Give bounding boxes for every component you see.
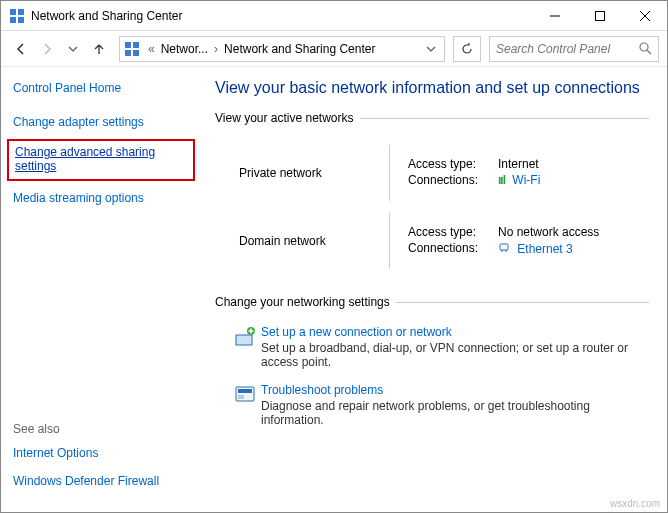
sidebar-change-advanced-sharing[interactable]: Change advanced sharing settings [15,145,155,173]
chevron-right-icon[interactable]: › [210,42,222,56]
back-button[interactable] [9,37,33,61]
access-type-value: Internet [498,157,539,171]
troubleshoot-icon [229,383,261,427]
svg-rect-14 [500,244,508,250]
svg-rect-1 [18,9,24,15]
sidebar: Control Panel Home Change adapter settin… [1,67,201,512]
svg-rect-22 [238,389,252,393]
connections-label: Connections: [408,241,498,256]
breadcrumb-item-network[interactable]: Networ... [159,42,210,56]
connections-label: Connections: [408,173,498,187]
network-row-domain: Domain network Access type: No network a… [229,213,649,269]
search-icon [639,42,652,55]
titlebar: Network and Sharing Center [1,1,667,31]
navbar: « Networ... › Network and Sharing Center… [1,31,667,67]
wifi-icon: ııl [498,173,505,187]
refresh-button[interactable] [453,36,481,62]
search-placeholder: Search Control Panel [496,42,610,56]
minimize-button[interactable] [532,1,577,31]
svg-point-12 [640,43,648,51]
page-heading: View your basic network information and … [215,79,649,97]
svg-rect-17 [236,335,252,345]
recent-locations-button[interactable] [61,37,85,61]
forward-button[interactable] [35,37,59,61]
troubleshoot-link[interactable]: Troubleshoot problems [261,383,383,397]
divider [389,213,390,269]
search-input[interactable]: Search Control Panel [489,36,659,62]
maximize-button[interactable] [577,1,622,31]
access-type-label: Access type: [408,157,498,171]
access-type-value: No network access [498,225,599,239]
highlight-box: Change advanced sharing settings [7,139,195,181]
setup-connection-link[interactable]: Set up a new connection or network [261,325,452,339]
see-also-heading: See also [13,422,189,436]
main-content: View your basic network information and … [201,67,667,512]
svg-rect-10 [125,50,131,56]
sidebar-media-streaming[interactable]: Media streaming options [13,191,144,205]
troubleshoot-desc: Diagnose and repair network problems, or… [261,399,590,427]
sidebar-control-panel-home[interactable]: Control Panel Home [13,81,121,95]
app-icon [9,8,25,24]
svg-rect-11 [133,50,139,56]
connection-wifi-link[interactable]: Wi-Fi [512,173,540,187]
setup-connection-icon [229,325,261,369]
breadcrumb-icon [124,41,140,57]
svg-line-13 [647,50,651,54]
sidebar-internet-options[interactable]: Internet Options [13,446,98,460]
breadcrumb-dropdown[interactable] [420,44,442,54]
breadcrumb-item-sharing-center[interactable]: Network and Sharing Center [222,42,377,56]
change-settings-legend: Change your networking settings [215,295,396,309]
svg-rect-2 [10,17,16,23]
setup-connection-desc: Set up a broadband, dial-up, or VPN conn… [261,341,628,369]
breadcrumb[interactable]: « Networ... › Network and Sharing Center [119,36,445,62]
sidebar-firewall[interactable]: Windows Defender Firewall [13,474,159,488]
active-networks-legend: View your active networks [215,111,360,125]
network-name: Domain network [229,234,379,248]
access-type-label: Access type: [408,225,498,239]
close-button[interactable] [622,1,667,31]
svg-rect-23 [238,395,244,399]
network-row-private: Private network Access type: Internet Co… [229,145,649,201]
sidebar-change-adapter[interactable]: Change adapter settings [13,115,144,129]
svg-rect-9 [133,42,139,48]
svg-rect-5 [595,11,604,20]
svg-rect-3 [18,17,24,23]
svg-rect-8 [125,42,131,48]
svg-rect-0 [10,9,16,15]
setup-connection-item: Set up a new connection or network Set u… [229,325,649,369]
active-networks-group: View your active networks Private networ… [215,111,649,285]
up-button[interactable] [87,37,111,61]
chevron-right-icon[interactable]: « [144,42,159,56]
change-settings-group: Change your networking settings Set up a… [215,295,649,445]
divider [389,145,390,201]
troubleshoot-item: Troubleshoot problems Diagnose and repai… [229,383,649,427]
ethernet-icon [498,242,513,256]
window-title: Network and Sharing Center [31,9,182,23]
network-name: Private network [229,166,379,180]
watermark: wsxdn.com [610,498,660,509]
connection-ethernet-link[interactable]: Ethernet 3 [517,242,572,256]
